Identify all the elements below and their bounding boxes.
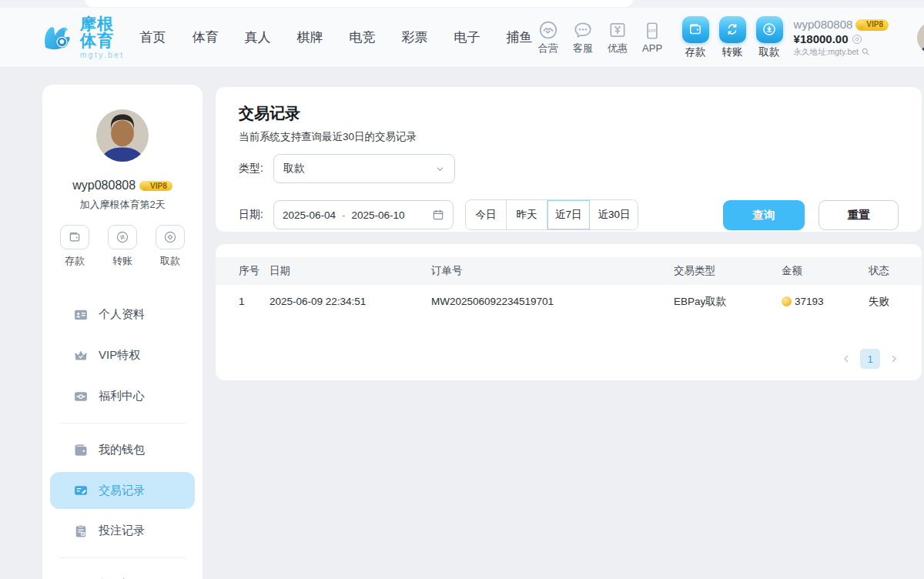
yuan-coupon-icon bbox=[608, 20, 628, 40]
cell-type: EBPay取款 bbox=[674, 295, 782, 309]
app-download-button[interactable]: APP APP bbox=[637, 21, 668, 54]
range-7days-button[interactable]: 近7日 bbox=[547, 200, 591, 229]
browser-tab-remnant bbox=[85, 0, 633, 7]
withdraw-diamond-icon bbox=[156, 225, 185, 249]
type-select-value: 取款 bbox=[283, 162, 305, 176]
support-button[interactable]: 客服 bbox=[567, 20, 599, 55]
browser-top-strip bbox=[0, 0, 924, 8]
range-yesterday-button[interactable]: 昨天 bbox=[507, 200, 547, 229]
date-separator: - bbox=[342, 209, 346, 221]
sidebar-quick-actions: 存款 转账 取款 bbox=[60, 225, 185, 268]
wallet-actions: 存款 转账 取款 bbox=[682, 16, 783, 59]
col-order-no: 订单号 bbox=[431, 264, 674, 278]
next-page-icon[interactable] bbox=[889, 354, 899, 363]
page-number[interactable]: 1 bbox=[860, 349, 880, 369]
nav-item-sports[interactable]: 体育 bbox=[192, 28, 219, 46]
magnifier-icon[interactable] bbox=[861, 47, 870, 56]
balance-amount: ¥18000.00 bbox=[794, 32, 849, 47]
nav-item-cards[interactable]: 棋牌 bbox=[297, 28, 323, 46]
nav-item-esports[interactable]: 电竞 bbox=[350, 28, 376, 46]
cell-amount: 37193 bbox=[782, 296, 869, 307]
cell-index: 1 bbox=[239, 296, 270, 307]
brand-logo-icon bbox=[40, 21, 74, 55]
range-today-button[interactable]: 今日 bbox=[466, 200, 507, 229]
crown-icon bbox=[73, 348, 89, 363]
transaction-record-icon bbox=[73, 483, 89, 498]
vip-badge: VIP8 bbox=[855, 19, 889, 31]
id-card-icon bbox=[73, 307, 89, 323]
col-date: 日期 bbox=[270, 264, 431, 278]
date-range-input[interactable]: 2025-06-04 - 2025-06-10 bbox=[273, 200, 454, 229]
welfare-box-icon bbox=[73, 389, 89, 404]
filter-buttons: 查询 重置 bbox=[723, 200, 899, 230]
sidebar-item-bets[interactable]: 投注记录 bbox=[42, 510, 203, 551]
sidebar: wyp080808 VIP8 加入摩根体育第2天 存款 转账 取款 bbox=[42, 85, 203, 579]
sidebar-deposit-button[interactable]: 存款 bbox=[60, 225, 89, 268]
gem-icon bbox=[140, 181, 150, 191]
prev-page-icon[interactable] bbox=[842, 354, 851, 363]
deposit-wallet-icon bbox=[60, 225, 89, 249]
gem-icon bbox=[856, 20, 866, 30]
permanent-address: 永久地址:mgty.bet bbox=[794, 47, 859, 57]
sidebar-vip-badge: VIP8 bbox=[139, 181, 172, 191]
sidebar-item-prizes[interactable]: 兑奖记录 bbox=[42, 564, 203, 579]
gold-coin-icon bbox=[782, 296, 792, 306]
chevron-down-icon bbox=[435, 164, 445, 174]
username: wyp080808 bbox=[794, 18, 853, 32]
calendar-icon bbox=[432, 209, 444, 221]
sidebar-transfer-button[interactable]: 转账 bbox=[108, 225, 137, 268]
quick-range-group: 今日 昨天 近7日 近30日 bbox=[465, 199, 639, 230]
filter-card: 交易记录 当前系统支持查询最近30日的交易记录 类型: 取款 日期: 2025-… bbox=[216, 87, 922, 232]
cell-date: 2025-06-09 22:34:51 bbox=[270, 296, 431, 307]
deposit-wallet-icon bbox=[682, 16, 709, 43]
type-filter-row: 类型: 取款 bbox=[239, 154, 899, 183]
menu-divider bbox=[59, 423, 186, 423]
nav-item-live[interactable]: 真人 bbox=[245, 28, 271, 46]
brand-logo[interactable]: 摩根体育 mgty.bet bbox=[40, 15, 125, 60]
search-button[interactable]: 查询 bbox=[723, 200, 805, 230]
range-30days-button[interactable]: 近30日 bbox=[590, 200, 638, 229]
handshake-icon bbox=[538, 20, 558, 40]
transfer-button[interactable]: 转账 bbox=[719, 16, 746, 59]
sidebar-item-welfare[interactable]: 福利中心 bbox=[42, 376, 203, 417]
chat-icon bbox=[573, 20, 593, 40]
promo-button[interactable]: 优惠 bbox=[602, 20, 634, 55]
partner-button[interactable]: 合营 bbox=[533, 20, 564, 55]
nav-item-lottery[interactable]: 彩票 bbox=[402, 28, 428, 46]
sidebar-item-vip[interactable]: VIP特权 bbox=[42, 335, 203, 376]
sidebar-menu: 个人资料 VIP特权 福利中心 我的钱包 交易记录 bbox=[42, 294, 203, 579]
nav-item-slots[interactable]: 电子 bbox=[454, 28, 480, 46]
joined-days-text: 加入摩根体育第2天 bbox=[79, 198, 165, 212]
date-label: 日期: bbox=[239, 208, 263, 222]
transfer-arrows-icon bbox=[719, 16, 746, 43]
sidebar-item-transactions[interactable]: 交易记录 bbox=[50, 472, 195, 509]
cell-status: 失败 bbox=[869, 295, 922, 309]
header: 摩根体育 mgty.bet 首页 体育 真人 棋牌 电竞 彩票 电子 捕鱼 合营… bbox=[0, 8, 924, 68]
sidebar-avatar[interactable] bbox=[96, 109, 149, 162]
user-info: wyp080808 VIP8 ¥18000.00 永久地址:mgty.bet bbox=[794, 18, 911, 57]
nav-item-home[interactable]: 首页 bbox=[140, 28, 166, 46]
page-subtitle: 当前系统支持查询最近30日的交易记录 bbox=[239, 130, 899, 144]
refresh-balance-icon[interactable] bbox=[852, 34, 862, 45]
withdraw-button[interactable]: 取款 bbox=[756, 16, 783, 59]
sidebar-withdraw-button[interactable]: 取款 bbox=[156, 225, 185, 268]
withdraw-circle-icon bbox=[756, 16, 783, 43]
sidebar-item-profile[interactable]: 个人资料 bbox=[42, 294, 203, 335]
reset-button[interactable]: 重置 bbox=[819, 200, 899, 230]
nav-item-fishing[interactable]: 捕鱼 bbox=[507, 28, 533, 46]
brand-name: 摩根体育 bbox=[80, 15, 125, 49]
date-end-value[interactable]: 2025-06-10 bbox=[351, 209, 404, 221]
brand-domain: mgty.bet bbox=[80, 52, 125, 60]
deposit-button[interactable]: 存款 bbox=[682, 16, 709, 59]
header-right: 合营 客服 优惠 APP APP 存款 bbox=[533, 16, 924, 59]
page-title: 交易记录 bbox=[239, 103, 899, 124]
date-filter-row: 日期: 2025-06-04 - 2025-06-10 今日 昨天 近7日 近3… bbox=[239, 199, 899, 230]
date-start-value[interactable]: 2025-06-04 bbox=[283, 209, 336, 221]
transactions-table-card: 序号 日期 订单号 交易类型 金额 状态 1 2025-06-09 22:34:… bbox=[216, 244, 922, 380]
type-select[interactable]: 取款 bbox=[273, 154, 455, 183]
app-phone-icon: APP bbox=[642, 21, 662, 41]
sidebar-username: wyp080808 bbox=[72, 179, 136, 192]
user-avatar[interactable] bbox=[917, 22, 924, 54]
sidebar-item-wallet[interactable]: 我的钱包 bbox=[42, 430, 203, 470]
col-status: 状态 bbox=[869, 264, 922, 278]
